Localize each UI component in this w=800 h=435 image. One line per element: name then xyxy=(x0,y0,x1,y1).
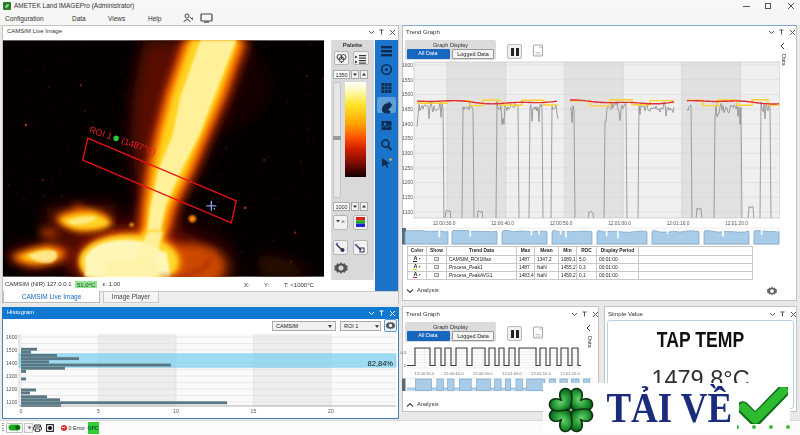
svg-text:12:00:50.0: 12:00:50.0 xyxy=(550,221,573,226)
svg-text:1200: 1200 xyxy=(6,386,18,392)
svg-text:1600: 1600 xyxy=(402,62,413,68)
svg-text:82,84%: 82,84% xyxy=(368,359,394,368)
svg-text:0: 0 xyxy=(20,408,23,414)
svg-text:12:00:30.0: 12:00:30.0 xyxy=(415,371,435,376)
svg-text:1100: 1100 xyxy=(6,399,17,405)
svg-text:1300: 1300 xyxy=(6,373,18,379)
svg-text:1150: 1150 xyxy=(402,194,413,200)
svg-text:1450: 1450 xyxy=(402,106,413,112)
svg-text:10: 10 xyxy=(173,408,179,414)
svg-text:Data: Data xyxy=(781,54,787,67)
svg-text:12:00:30.0: 12:00:30.0 xyxy=(433,221,456,226)
svg-text:1100: 1100 xyxy=(402,209,413,215)
svg-text:5: 5 xyxy=(97,408,100,414)
svg-text:12:01:20.0: 12:01:20.0 xyxy=(725,221,748,226)
svg-text:12:01:10.0: 12:01:10.0 xyxy=(531,371,551,376)
svg-text:1300: 1300 xyxy=(402,150,413,156)
svg-text:1200: 1200 xyxy=(402,179,413,185)
svg-text:20: 20 xyxy=(328,408,334,414)
svg-text:1350: 1350 xyxy=(402,135,413,141)
svg-text:1250: 1250 xyxy=(402,165,413,171)
svg-text:0: 0 xyxy=(404,363,407,368)
svg-text:12:00:40.0: 12:00:40.0 xyxy=(444,371,464,376)
svg-text:12:00:40.0: 12:00:40.0 xyxy=(491,221,514,226)
svg-text:1400: 1400 xyxy=(402,121,413,127)
svg-text:12:01:00.0: 12:01:00.0 xyxy=(608,221,631,226)
svg-text:12:01:10.0: 12:01:10.0 xyxy=(667,221,690,226)
svg-text:0,5: 0,5 xyxy=(401,350,408,355)
svg-text:1550: 1550 xyxy=(402,77,413,83)
svg-text:12:00:50.0: 12:00:50.0 xyxy=(473,371,493,376)
svg-text:12:01:20.0: 12:01:20.0 xyxy=(560,371,580,376)
svg-text:1500: 1500 xyxy=(6,347,18,353)
svg-text:1500: 1500 xyxy=(402,91,413,97)
svg-text:15: 15 xyxy=(251,408,257,414)
svg-text:1400: 1400 xyxy=(6,360,18,366)
svg-text:12:01:00.0: 12:01:00.0 xyxy=(502,371,522,376)
svg-text:1600: 1600 xyxy=(6,334,18,340)
